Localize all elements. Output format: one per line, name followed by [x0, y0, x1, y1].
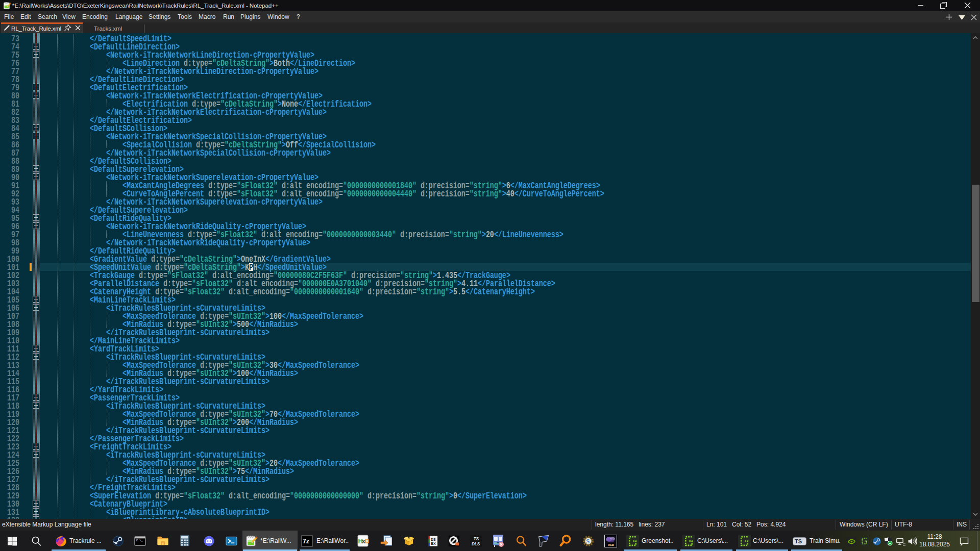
svg-text:DLS: DLS	[472, 542, 480, 546]
svg-text:S: S	[586, 538, 590, 545]
svg-text:DS: DS	[431, 538, 436, 541]
svg-text:7z: 7z	[303, 538, 309, 545]
svg-text:TS: TS	[474, 537, 479, 541]
svg-text:TS: TS	[795, 538, 802, 544]
svg-text:D: D	[365, 537, 370, 545]
svg-text:BX: BX	[431, 542, 436, 545]
svg-text:C:\_: C:\_	[136, 539, 143, 542]
svg-text:UCD: UCD	[608, 543, 614, 546]
